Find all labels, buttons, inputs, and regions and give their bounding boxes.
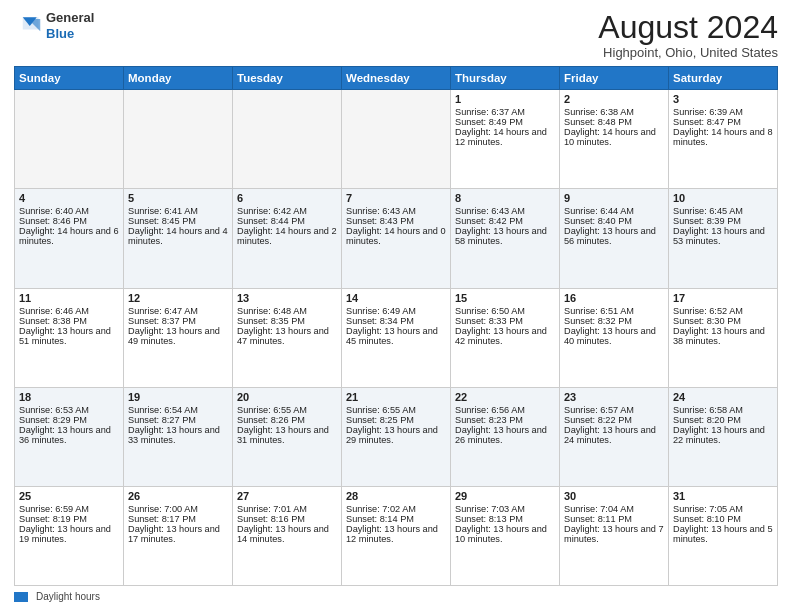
sunrise-text: Sunrise: 6:59 AM xyxy=(19,504,119,514)
daylight-text: Daylight: 13 hours and 45 minutes. xyxy=(346,326,446,346)
sunset-text: Sunset: 8:43 PM xyxy=(346,216,446,226)
calendar-day-cell: 17Sunrise: 6:52 AMSunset: 8:30 PMDayligh… xyxy=(669,288,778,387)
sunrise-text: Sunrise: 6:58 AM xyxy=(673,405,773,415)
generalblue-logo-icon xyxy=(14,12,42,40)
calendar-day-cell: 27Sunrise: 7:01 AMSunset: 8:16 PMDayligh… xyxy=(233,486,342,585)
sunset-text: Sunset: 8:42 PM xyxy=(455,216,555,226)
sunset-text: Sunset: 8:22 PM xyxy=(564,415,664,425)
sunrise-text: Sunrise: 7:00 AM xyxy=(128,504,228,514)
sunrise-text: Sunrise: 6:43 AM xyxy=(455,206,555,216)
sunrise-text: Sunrise: 6:42 AM xyxy=(237,206,337,216)
day-number: 13 xyxy=(237,292,337,304)
day-number: 20 xyxy=(237,391,337,403)
day-header-friday: Friday xyxy=(560,67,669,90)
sunrise-text: Sunrise: 7:02 AM xyxy=(346,504,446,514)
calendar-day-cell: 20Sunrise: 6:55 AMSunset: 8:26 PMDayligh… xyxy=(233,387,342,486)
sunset-text: Sunset: 8:49 PM xyxy=(455,117,555,127)
logo: General Blue xyxy=(14,10,94,41)
daylight-text: Daylight: 13 hours and 38 minutes. xyxy=(673,326,773,346)
sunrise-text: Sunrise: 6:45 AM xyxy=(673,206,773,216)
day-number: 21 xyxy=(346,391,446,403)
month-title: August 2024 xyxy=(598,10,778,45)
daylight-text: Daylight: 14 hours and 2 minutes. xyxy=(237,226,337,246)
sunset-text: Sunset: 8:44 PM xyxy=(237,216,337,226)
sunset-text: Sunset: 8:10 PM xyxy=(673,514,773,524)
sunset-text: Sunset: 8:40 PM xyxy=(564,216,664,226)
daylight-text: Daylight: 14 hours and 10 minutes. xyxy=(564,127,664,147)
day-number: 14 xyxy=(346,292,446,304)
calendar-day-cell: 28Sunrise: 7:02 AMSunset: 8:14 PMDayligh… xyxy=(342,486,451,585)
day-number: 18 xyxy=(19,391,119,403)
day-number: 5 xyxy=(128,192,228,204)
calendar-day-cell: 6Sunrise: 6:42 AMSunset: 8:44 PMDaylight… xyxy=(233,189,342,288)
sunrise-text: Sunrise: 6:50 AM xyxy=(455,306,555,316)
daylight-text: Daylight: 13 hours and 51 minutes. xyxy=(19,326,119,346)
sunrise-text: Sunrise: 6:47 AM xyxy=(128,306,228,316)
daylight-text: Daylight: 13 hours and 29 minutes. xyxy=(346,425,446,445)
sunset-text: Sunset: 8:30 PM xyxy=(673,316,773,326)
calendar-day-cell: 29Sunrise: 7:03 AMSunset: 8:13 PMDayligh… xyxy=(451,486,560,585)
day-number: 2 xyxy=(564,93,664,105)
location: Highpoint, Ohio, United States xyxy=(598,45,778,60)
sunrise-text: Sunrise: 6:54 AM xyxy=(128,405,228,415)
calendar-day-cell: 21Sunrise: 6:55 AMSunset: 8:25 PMDayligh… xyxy=(342,387,451,486)
calendar-week-row: 1Sunrise: 6:37 AMSunset: 8:49 PMDaylight… xyxy=(15,90,778,189)
day-number: 16 xyxy=(564,292,664,304)
day-number: 19 xyxy=(128,391,228,403)
sunset-text: Sunset: 8:46 PM xyxy=(19,216,119,226)
sunrise-text: Sunrise: 6:43 AM xyxy=(346,206,446,216)
sunset-text: Sunset: 8:26 PM xyxy=(237,415,337,425)
calendar-day-cell: 11Sunrise: 6:46 AMSunset: 8:38 PMDayligh… xyxy=(15,288,124,387)
daylight-text: Daylight: 13 hours and 40 minutes. xyxy=(564,326,664,346)
sunset-text: Sunset: 8:48 PM xyxy=(564,117,664,127)
daylight-text: Daylight: 13 hours and 5 minutes. xyxy=(673,524,773,544)
calendar-week-row: 4Sunrise: 6:40 AMSunset: 8:46 PMDaylight… xyxy=(15,189,778,288)
daylight-text: Daylight: 13 hours and 49 minutes. xyxy=(128,326,228,346)
sunset-text: Sunset: 8:39 PM xyxy=(673,216,773,226)
sunset-text: Sunset: 8:32 PM xyxy=(564,316,664,326)
daylight-text: Daylight: 13 hours and 58 minutes. xyxy=(455,226,555,246)
day-number: 9 xyxy=(564,192,664,204)
calendar-day-cell: 9Sunrise: 6:44 AMSunset: 8:40 PMDaylight… xyxy=(560,189,669,288)
sunset-text: Sunset: 8:35 PM xyxy=(237,316,337,326)
calendar-week-row: 25Sunrise: 6:59 AMSunset: 8:19 PMDayligh… xyxy=(15,486,778,585)
calendar-day-cell: 8Sunrise: 6:43 AMSunset: 8:42 PMDaylight… xyxy=(451,189,560,288)
sunset-text: Sunset: 8:19 PM xyxy=(19,514,119,524)
calendar-day-cell: 12Sunrise: 6:47 AMSunset: 8:37 PMDayligh… xyxy=(124,288,233,387)
daylight-text: Daylight: 13 hours and 47 minutes. xyxy=(237,326,337,346)
sunrise-text: Sunrise: 7:04 AM xyxy=(564,504,664,514)
calendar-day-cell: 3Sunrise: 6:39 AMSunset: 8:47 PMDaylight… xyxy=(669,90,778,189)
calendar-day-cell xyxy=(342,90,451,189)
day-number: 27 xyxy=(237,490,337,502)
daylight-text: Daylight: 13 hours and 17 minutes. xyxy=(128,524,228,544)
sunset-text: Sunset: 8:27 PM xyxy=(128,415,228,425)
day-number: 17 xyxy=(673,292,773,304)
calendar-header-row: SundayMondayTuesdayWednesdayThursdayFrid… xyxy=(15,67,778,90)
day-number: 8 xyxy=(455,192,555,204)
sunset-text: Sunset: 8:33 PM xyxy=(455,316,555,326)
calendar-day-cell: 18Sunrise: 6:53 AMSunset: 8:29 PMDayligh… xyxy=(15,387,124,486)
footer: Daylight hours xyxy=(14,591,778,602)
legend-box xyxy=(14,592,28,602)
sunset-text: Sunset: 8:20 PM xyxy=(673,415,773,425)
calendar-day-cell: 16Sunrise: 6:51 AMSunset: 8:32 PMDayligh… xyxy=(560,288,669,387)
calendar-day-cell: 5Sunrise: 6:41 AMSunset: 8:45 PMDaylight… xyxy=(124,189,233,288)
calendar-day-cell: 15Sunrise: 6:50 AMSunset: 8:33 PMDayligh… xyxy=(451,288,560,387)
sunset-text: Sunset: 8:37 PM xyxy=(128,316,228,326)
sunrise-text: Sunrise: 6:52 AM xyxy=(673,306,773,316)
sunrise-text: Sunrise: 7:03 AM xyxy=(455,504,555,514)
calendar-day-cell: 14Sunrise: 6:49 AMSunset: 8:34 PMDayligh… xyxy=(342,288,451,387)
day-number: 25 xyxy=(19,490,119,502)
sunrise-text: Sunrise: 6:53 AM xyxy=(19,405,119,415)
calendar-day-cell xyxy=(124,90,233,189)
sunrise-text: Sunrise: 6:40 AM xyxy=(19,206,119,216)
calendar-day-cell: 22Sunrise: 6:56 AMSunset: 8:23 PMDayligh… xyxy=(451,387,560,486)
calendar-day-cell: 25Sunrise: 6:59 AMSunset: 8:19 PMDayligh… xyxy=(15,486,124,585)
sunrise-text: Sunrise: 6:48 AM xyxy=(237,306,337,316)
day-number: 24 xyxy=(673,391,773,403)
sunrise-text: Sunrise: 6:49 AM xyxy=(346,306,446,316)
sunrise-text: Sunrise: 6:44 AM xyxy=(564,206,664,216)
daylight-text: Daylight: 13 hours and 19 minutes. xyxy=(19,524,119,544)
calendar-day-cell: 26Sunrise: 7:00 AMSunset: 8:17 PMDayligh… xyxy=(124,486,233,585)
daylight-text: Daylight: 13 hours and 24 minutes. xyxy=(564,425,664,445)
